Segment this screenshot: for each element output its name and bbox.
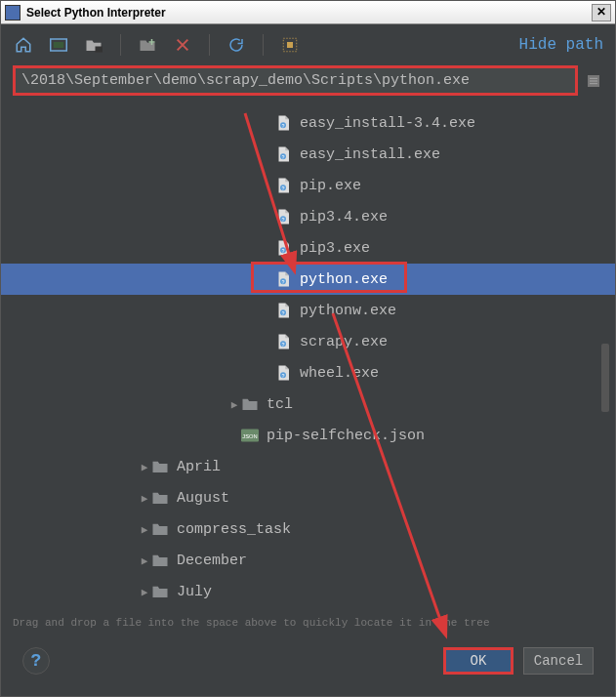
- home-icon[interactable]: [13, 34, 34, 56]
- tree-item-label: easy_install-3.4.exe: [300, 115, 475, 132]
- file-icon: ?: [274, 208, 292, 226]
- tree-file[interactable]: ?pythonw.exe: [1, 295, 615, 326]
- tree-folder[interactable]: ▶April: [1, 451, 615, 482]
- toolbar: Hide path: [1, 24, 615, 65]
- tree-item-label: August: [177, 490, 229, 507]
- svg-text:?: ?: [281, 311, 284, 317]
- tree-file[interactable]: ?wheel.exe: [1, 357, 615, 389]
- expand-icon[interactable]: ▶: [138, 461, 151, 473]
- svg-text:?: ?: [281, 280, 284, 286]
- svg-text:?: ?: [281, 155, 284, 161]
- svg-rect-1: [54, 42, 64, 48]
- folder-icon: [151, 520, 169, 538]
- tree-item-label: July: [177, 584, 212, 600]
- file-icon: ?: [274, 114, 292, 132]
- file-icon: ?: [274, 302, 292, 319]
- tree-folder[interactable]: ▶tcl: [1, 389, 615, 420]
- file-icon: ?: [274, 145, 292, 163]
- cancel-button[interactable]: Cancel: [523, 647, 594, 675]
- tree-item-label: pythonw.exe: [300, 303, 396, 319]
- tree-item-label: tcl: [267, 396, 293, 413]
- hide-path-link[interactable]: Hide path: [519, 36, 603, 54]
- tree-file[interactable]: ?python.exe: [1, 264, 615, 295]
- path-row: [1, 65, 615, 103]
- svg-text:?: ?: [281, 124, 284, 130]
- folder-icon: [151, 552, 169, 569]
- tree-item-label: python.exe: [300, 271, 388, 288]
- tree-folder[interactable]: ▶compress_task: [1, 513, 615, 545]
- svg-text:?: ?: [281, 343, 284, 348]
- tree-file[interactable]: ?scrapy.exe: [1, 326, 615, 357]
- show-hidden-icon[interactable]: [279, 34, 301, 56]
- tree-file[interactable]: JSONpip-selfcheck.json: [1, 420, 615, 451]
- tree-file[interactable]: ?pip.exe: [1, 170, 615, 201]
- path-input[interactable]: [13, 65, 578, 96]
- folder-icon: [151, 489, 169, 507]
- folder-icon: [151, 458, 169, 475]
- tree-folder[interactable]: ▶August: [1, 482, 615, 513]
- folder-icon: [151, 583, 169, 600]
- tree-item-label: pip-selfcheck.json: [267, 428, 425, 444]
- folder-icon: [241, 395, 259, 413]
- ok-button[interactable]: OK: [443, 647, 513, 675]
- tree-item-label: compress_task: [177, 521, 291, 538]
- expand-icon[interactable]: ▶: [138, 586, 151, 598]
- tree-item-label: December: [177, 553, 247, 569]
- tree-file[interactable]: ?pip3.4.exe: [1, 201, 615, 232]
- expand-icon[interactable]: ▶: [138, 492, 151, 505]
- expand-icon[interactable]: ▶: [227, 398, 241, 411]
- file-icon: ?: [274, 177, 292, 194]
- tree-item-label: wheel.exe: [300, 365, 379, 382]
- svg-rect-2: [96, 47, 103, 53]
- dialog-buttons: ? OK Cancel: [1, 639, 615, 682]
- tree-file[interactable]: ?easy_install-3.4.exe: [1, 107, 615, 139]
- close-button[interactable]: ✕: [592, 4, 611, 21]
- svg-text:?: ?: [281, 218, 284, 224]
- svg-text:?: ?: [281, 374, 284, 380]
- file-icon: ?: [274, 270, 292, 288]
- expand-icon[interactable]: ▶: [138, 523, 151, 536]
- expand-icon[interactable]: ▶: [138, 554, 151, 567]
- new-folder-icon[interactable]: [137, 34, 158, 56]
- file-icon: ?: [274, 364, 292, 382]
- tree-item-label: pip3.4.exe: [300, 209, 388, 226]
- app-icon: [5, 5, 21, 20]
- svg-text:JSON: JSON: [242, 433, 257, 439]
- tree-folder[interactable]: ▶July: [1, 576, 615, 607]
- file-icon: ?: [274, 333, 292, 350]
- hint-text: Drag and drop a file into the space abov…: [1, 615, 615, 633]
- tree-folder[interactable]: ▶December: [1, 545, 615, 576]
- tree-item-label: scrapy.exe: [300, 334, 388, 350]
- delete-icon[interactable]: [172, 34, 193, 56]
- svg-text:?: ?: [281, 186, 284, 192]
- file-icon: ?: [274, 239, 292, 257]
- help-button[interactable]: ?: [22, 647, 50, 675]
- project-icon[interactable]: [48, 34, 69, 56]
- module-icon[interactable]: [83, 34, 104, 56]
- tree-item-label: April: [177, 459, 221, 475]
- svg-rect-4: [287, 42, 293, 48]
- file-tree[interactable]: ?easy_install-3.4.exe?easy_install.exe?p…: [1, 103, 615, 615]
- window-title: Select Python Interpreter: [26, 6, 592, 20]
- tree-item-label: pip3.exe: [300, 240, 370, 257]
- svg-text:?: ?: [281, 249, 284, 255]
- json-icon: JSON: [241, 427, 259, 444]
- tree-file[interactable]: ?pip3.exe: [1, 232, 615, 264]
- tree-collapse-icon[interactable]: [584, 71, 603, 91]
- scrollbar-thumb[interactable]: [601, 344, 609, 412]
- tree-file[interactable]: ?easy_install.exe: [1, 139, 615, 170]
- titlebar: Select Python Interpreter ✕: [1, 1, 615, 24]
- tree-item-label: pip.exe: [300, 178, 361, 194]
- tree-item-label: easy_install.exe: [300, 146, 440, 163]
- refresh-icon[interactable]: [226, 34, 247, 56]
